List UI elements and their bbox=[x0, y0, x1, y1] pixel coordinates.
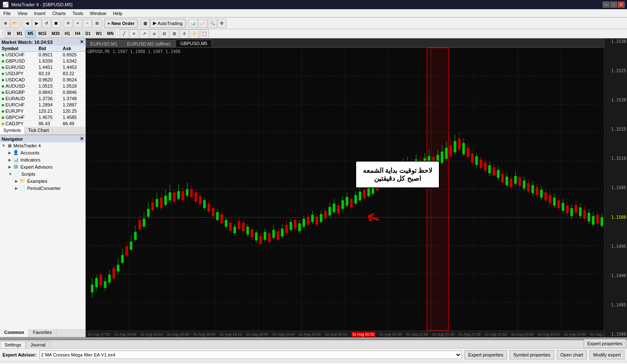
bl-tab-common[interactable]: Common bbox=[0, 329, 29, 337]
tf-channel[interactable]: ⧄ bbox=[150, 29, 159, 38]
chart-type-btn[interactable]: ▦ bbox=[140, 19, 150, 28]
nav-item-accounts[interactable]: ▶ 👤 Accounts bbox=[0, 149, 85, 156]
svg-rect-213 bbox=[501, 174, 504, 182]
chart-tab-eurusd-m2[interactable]: EURUSD,M2 (offline) bbox=[122, 40, 175, 47]
nav-item-metatrader-4[interactable]: ▼ 🖥 MetaTrader 4 bbox=[0, 142, 85, 149]
market-watch-row[interactable]: EURAUD 1.3736 1.3748 bbox=[0, 96, 85, 102]
svg-rect-167 bbox=[427, 48, 449, 331]
chart-tab-gbpusd-m5[interactable]: GBPUSD,M5 bbox=[176, 40, 212, 47]
chart-tabs: EURUSD,M1 EURUSD,M2 (offline) GBPUSD,M5 bbox=[86, 38, 604, 48]
tf-candle[interactable]: 🕯 bbox=[180, 29, 189, 38]
tf-sep1 bbox=[117, 31, 118, 37]
menu-tools[interactable]: Tools bbox=[69, 10, 87, 17]
close-button[interactable]: ✕ bbox=[618, 2, 624, 8]
market-watch-row[interactable]: EURUSD 1.4451 1.4453 bbox=[0, 64, 85, 71]
tf-btn-h4[interactable]: H4 bbox=[73, 30, 83, 38]
open-chart-btn[interactable]: Open chart bbox=[557, 350, 587, 359]
nav-title: Navigator bbox=[2, 136, 23, 142]
mw-tab-symbols[interactable]: Symbols bbox=[0, 127, 25, 134]
nav-item-periodconverter[interactable]: ▶ 📄 PeriodConverter bbox=[0, 185, 85, 192]
tf-template[interactable]: 📋 bbox=[200, 29, 209, 38]
new-order-button[interactable]: + New Order bbox=[104, 19, 138, 28]
svg-rect-66 bbox=[186, 189, 189, 196]
svg-rect-110 bbox=[281, 229, 283, 237]
nav-item-label: Expert Advisors bbox=[20, 164, 52, 169]
nav-item-indicators[interactable]: ▶ 📊 Indicators bbox=[0, 156, 85, 163]
st-tab-settings[interactable]: Settings bbox=[0, 341, 26, 348]
tf-btn-m1[interactable]: M1 bbox=[15, 30, 25, 38]
toolbar-refresh[interactable]: ↺ bbox=[42, 19, 51, 28]
market-watch-row[interactable]: EURGBP 0.8843 0.8846 bbox=[0, 89, 85, 96]
toolbar-btn4[interactable]: ⚙ bbox=[217, 19, 227, 28]
toolbar-new[interactable]: ⊕ bbox=[1, 19, 10, 28]
st-tab-journal[interactable]: Journal bbox=[26, 341, 50, 348]
tf-btn-m30[interactable]: M30 bbox=[49, 30, 61, 38]
menu-charts[interactable]: Charts bbox=[49, 10, 69, 17]
svg-rect-257 bbox=[596, 215, 599, 223]
tf-compress[interactable]: ⊞ bbox=[170, 29, 179, 38]
market-watch-row[interactable]: USDCAD 0.9620 0.9624 bbox=[0, 77, 85, 83]
market-watch-row[interactable]: GBPUSD 1.6339 1.6342 bbox=[0, 58, 85, 64]
chart-canvas[interactable]: GBPUSD,M5 1.1907 1.1908 1.1907 1.1908 bbox=[86, 48, 604, 331]
mw-status-dot bbox=[2, 110, 4, 113]
tf-btn-h1[interactable]: H1 bbox=[63, 30, 72, 38]
nav-item-expert-advisors[interactable]: ▶ ⚙️ Expert Advisors bbox=[0, 163, 85, 170]
toolbar-open[interactable]: 📂 bbox=[10, 19, 20, 28]
menu-window[interactable]: Window bbox=[87, 10, 110, 17]
tf-btn-d1[interactable]: D1 bbox=[83, 30, 93, 38]
menu-file[interactable]: File bbox=[0, 10, 14, 17]
mw-symbol: EURGBP bbox=[0, 89, 37, 96]
tf-trendline[interactable]: ↗ bbox=[140, 29, 149, 38]
chart-svg bbox=[86, 48, 604, 331]
mw-tab-tick[interactable]: Tick Chart bbox=[25, 127, 53, 134]
svg-rect-22 bbox=[91, 285, 93, 293]
minimize-button[interactable]: — bbox=[603, 2, 609, 8]
market-watch-row[interactable]: USDJPY 83.19 83.22 bbox=[0, 71, 85, 77]
tf-linestudies[interactable]: ╱ bbox=[120, 29, 129, 38]
toolbar-btn1[interactable]: 📊 bbox=[189, 19, 198, 28]
toolbar-forward[interactable]: ▶ bbox=[32, 19, 41, 28]
toolbar-back[interactable]: ◀ bbox=[23, 19, 32, 28]
tf-btn-m[interactable]: M bbox=[5, 30, 14, 38]
market-watch-row[interactable]: AUDUSD 1.0515 1.0518 bbox=[0, 83, 85, 89]
toolbar-crosshair[interactable]: ✛ bbox=[64, 19, 73, 28]
ea-select[interactable]: 2 MA Crosses Mega filter EA V1.ex4 bbox=[39, 351, 462, 359]
nav-item-scripts[interactable]: ▼ 📄 Scripts bbox=[0, 170, 85, 177]
tf-btn-w1[interactable]: W1 bbox=[94, 30, 104, 38]
mw-close-icon[interactable]: ✕ bbox=[80, 39, 84, 45]
tf-btn-m15[interactable]: M15 bbox=[36, 30, 48, 38]
toolbar-stop[interactable]: ⏹ bbox=[51, 19, 61, 28]
tf-btn-mn[interactable]: MN bbox=[105, 30, 116, 38]
toolbar-btn3[interactable]: 🔍 bbox=[208, 19, 217, 28]
nav-close-icon[interactable]: ✕ bbox=[80, 136, 84, 142]
market-watch-row[interactable]: GBPCHF 1.4575 1.4585 bbox=[0, 114, 85, 121]
tf-expand[interactable]: ⊟ bbox=[160, 29, 169, 38]
toolbar-grid[interactable]: ⊞ bbox=[92, 19, 102, 28]
modify-expert-btn[interactable]: Modify expert bbox=[589, 350, 624, 359]
nav-item-label: Accounts bbox=[20, 150, 39, 155]
svg-rect-124 bbox=[311, 215, 314, 222]
maximize-button[interactable]: □ bbox=[610, 2, 617, 8]
nav-item-examples[interactable]: ▶ 📁 Examples bbox=[0, 177, 85, 185]
menu-help[interactable]: Help bbox=[110, 10, 126, 17]
toolbar-btn2[interactable]: 📈 bbox=[198, 19, 207, 28]
market-watch-row[interactable]: USDCHF 0.8921 0.8925 bbox=[0, 52, 85, 58]
mw-ask: 1.4585 bbox=[61, 114, 85, 121]
autotrading-button[interactable]: ▶ AutoTrading bbox=[150, 19, 186, 28]
market-watch-row[interactable]: CADJPY 86.43 86.49 bbox=[0, 121, 85, 127]
tf-period[interactable]: ≡ bbox=[130, 29, 139, 38]
svg-rect-227 bbox=[531, 185, 534, 193]
tf-btn-m5[interactable]: M5 bbox=[25, 30, 36, 38]
symbol-properties-btn[interactable]: Symbol properties bbox=[510, 350, 554, 359]
market-watch-row[interactable]: EURJPY 120.21 120.25 bbox=[0, 108, 85, 114]
toolbar-zoomout[interactable]: − bbox=[83, 19, 92, 28]
menu-view[interactable]: View bbox=[14, 10, 31, 17]
chart-tab-eurusd-m1[interactable]: EURUSD,M1 bbox=[86, 40, 122, 47]
expert-properties-btn[interactable]: Expert properties bbox=[464, 350, 507, 359]
toolbar-zoomin[interactable]: + bbox=[73, 19, 82, 28]
market-watch-row[interactable]: EURCHF 1.2894 1.2897 bbox=[0, 102, 85, 108]
expert-properties-button[interactable]: Expert properties bbox=[584, 339, 626, 348]
bl-tab-favorites[interactable]: Favorites bbox=[29, 329, 56, 337]
tf-indicators[interactable]: ⚡ bbox=[190, 29, 199, 38]
menu-insert[interactable]: Insert bbox=[31, 10, 49, 17]
